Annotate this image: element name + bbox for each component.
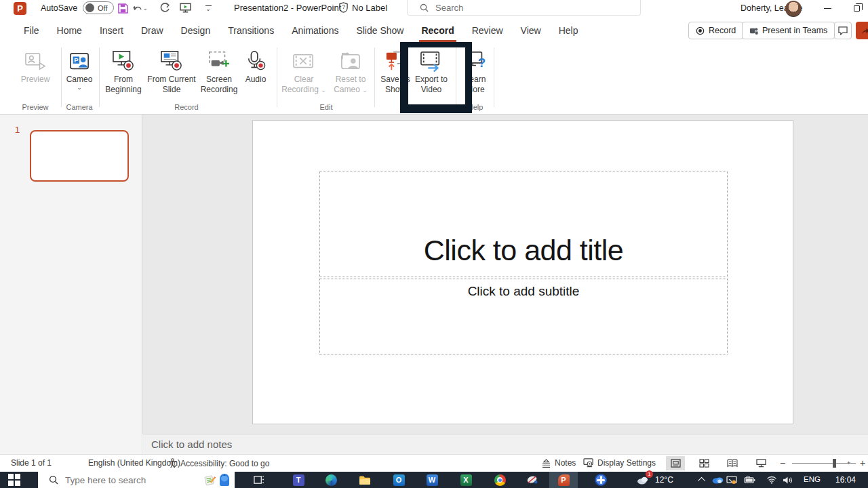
export-to-video-button[interactable]: Export to Video xyxy=(412,46,450,95)
save-as-show-icon xyxy=(384,46,406,75)
tab-file[interactable]: File xyxy=(15,18,48,43)
reading-view-button[interactable] xyxy=(723,456,742,470)
battery-icon[interactable] xyxy=(743,473,757,487)
clear-recording-dropdown-icon[interactable]: ⌄ xyxy=(321,87,326,94)
cameo-label: Cameo xyxy=(66,75,93,85)
taskbar-search-input[interactable] xyxy=(65,475,180,485)
screen-recording-button[interactable]: Screen Recording xyxy=(198,46,240,95)
zoom-out-button[interactable]: − xyxy=(780,458,785,468)
onedrive-icon[interactable] xyxy=(711,473,724,487)
wireless-display-icon[interactable] xyxy=(725,473,738,487)
tab-home[interactable]: Home xyxy=(48,18,91,43)
cameo-dropdown-icon[interactable]: ⌄ xyxy=(77,85,82,90)
tab-review[interactable]: Review xyxy=(463,18,512,43)
tab-record[interactable]: Record xyxy=(412,18,462,43)
autosave-toggle[interactable]: Off xyxy=(83,1,114,14)
from-beginning-icon xyxy=(111,46,136,75)
share-button[interactable] xyxy=(856,22,868,39)
tab-slide-show[interactable]: Slide Show xyxy=(347,18,412,43)
tray-expand-icon[interactable] xyxy=(696,473,709,487)
from-beginning-button[interactable]: From Beginning xyxy=(102,46,145,95)
weather-icon[interactable]: 1 xyxy=(636,473,650,487)
learn-more-button[interactable]: ? Learn More xyxy=(458,46,492,95)
customize-toolbar-icon[interactable]: ⌄ xyxy=(201,1,216,15)
search-input[interactable] xyxy=(435,3,598,13)
from-current-slide-label: From Current Slide xyxy=(145,75,198,95)
tab-transitions[interactable]: Transitions xyxy=(219,18,283,43)
slide-number: 1 xyxy=(15,125,20,135)
minimize-button[interactable] xyxy=(817,0,837,17)
tab-draw[interactable]: Draw xyxy=(132,18,172,43)
task-view-button[interactable] xyxy=(252,473,266,487)
undo-icon[interactable]: ⌄ xyxy=(133,1,148,15)
title-placeholder-text: Click to add title xyxy=(424,234,624,277)
from-current-slide-button[interactable]: From Current Slide xyxy=(145,46,198,95)
cameo-button[interactable]: P Cameo ⌄ xyxy=(64,46,95,90)
taskbar-chrome-icon[interactable] xyxy=(493,473,507,487)
titlebar-search[interactable] xyxy=(407,0,641,16)
slideshow-view-button[interactable] xyxy=(751,456,770,470)
record-dot-icon xyxy=(696,26,705,35)
weather-temp[interactable]: 12°C xyxy=(655,475,673,485)
zoom-in-button[interactable]: + xyxy=(860,458,865,468)
tab-help[interactable]: Help xyxy=(550,18,587,43)
start-button[interactable] xyxy=(8,474,20,486)
save-as-show-button[interactable]: Save as Show xyxy=(377,46,414,95)
tab-view[interactable]: View xyxy=(512,18,550,43)
ribbon-separator xyxy=(374,47,375,107)
notes-pane[interactable]: Click to add notes xyxy=(143,434,868,454)
reset-to-cameo-button[interactable]: Reset to Cameo ⌄ xyxy=(328,46,373,95)
tab-insert[interactable]: Insert xyxy=(91,18,132,43)
preview-icon xyxy=(24,46,46,75)
comments-button[interactable] xyxy=(834,22,852,39)
clock[interactable]: 16:04 xyxy=(835,475,856,485)
title-placeholder[interactable]: Click to add title xyxy=(319,171,728,277)
slide-sorter-view-button[interactable] xyxy=(694,456,713,470)
tab-animations[interactable]: Animations xyxy=(283,18,347,43)
taskbar-powerpoint-icon[interactable]: P xyxy=(557,473,570,487)
redo-icon[interactable] xyxy=(157,1,172,15)
taskbar-blue-app-icon[interactable] xyxy=(594,473,608,487)
preview-label: Preview xyxy=(21,75,50,85)
zoom-slider-handle[interactable] xyxy=(833,459,836,468)
reset-to-cameo-dropdown-icon[interactable]: ⌄ xyxy=(362,87,368,94)
normal-view-button[interactable] xyxy=(666,456,685,470)
normal-view-icon xyxy=(671,459,681,468)
clear-recording-button[interactable]: Clear Recording ⌄ xyxy=(279,46,328,95)
volume-icon[interactable] xyxy=(781,473,795,487)
language-indicator[interactable]: English (United Kingdom) xyxy=(88,458,180,468)
record-button[interactable]: Record xyxy=(688,22,743,39)
preview-button[interactable]: Preview xyxy=(18,46,53,85)
slide-thumbnail[interactable] xyxy=(30,130,129,182)
sensitivity-label[interactable]: ? No Label xyxy=(338,2,387,13)
slide-thumbnail-panel: 1 xyxy=(0,115,142,454)
search-highlights-icon xyxy=(203,473,231,487)
restore-button[interactable] xyxy=(846,0,867,17)
taskbar-excel-icon[interactable]: X xyxy=(459,473,473,487)
notes-toggle-button[interactable]: Notes xyxy=(541,458,576,468)
present-in-teams-button[interactable]: Present in Teams xyxy=(742,22,835,39)
ribbon: Preview P Cameo ⌄ From Beginning From Cu… xyxy=(0,43,868,115)
zoom-slider[interactable] xyxy=(792,463,856,464)
taskbar-word-icon[interactable]: W xyxy=(425,473,439,487)
input-language[interactable]: ENG xyxy=(804,475,821,483)
taskbar-file-explorer-icon[interactable] xyxy=(358,473,372,487)
taskbar-search[interactable] xyxy=(38,472,235,488)
audio-button[interactable]: Audio xyxy=(240,46,271,85)
audio-icon xyxy=(245,46,266,75)
slide-canvas[interactable]: Click to add title Click to add subtitle xyxy=(252,120,793,424)
display-settings-button[interactable]: Display Settings xyxy=(583,458,656,468)
save-icon[interactable] xyxy=(115,1,130,15)
slide-indicator[interactable]: Slide 1 of 1 xyxy=(11,458,52,468)
tab-design[interactable]: Design xyxy=(172,18,220,43)
accessibility-status[interactable]: Accessibility: Good to go xyxy=(168,458,269,468)
undo-dropdown-icon[interactable]: ⌄ xyxy=(142,5,148,11)
taskbar-outlook-icon[interactable]: O xyxy=(392,473,406,487)
taskbar-teams-icon[interactable]: T xyxy=(292,473,305,487)
wifi-icon[interactable] xyxy=(765,473,778,487)
subtitle-placeholder[interactable]: Click to add subtitle xyxy=(319,279,728,354)
start-slideshow-icon[interactable] xyxy=(178,1,193,15)
taskbar-edge-icon[interactable] xyxy=(324,473,338,487)
taskbar-app-icon[interactable] xyxy=(526,473,539,487)
user-avatar[interactable] xyxy=(785,1,802,17)
